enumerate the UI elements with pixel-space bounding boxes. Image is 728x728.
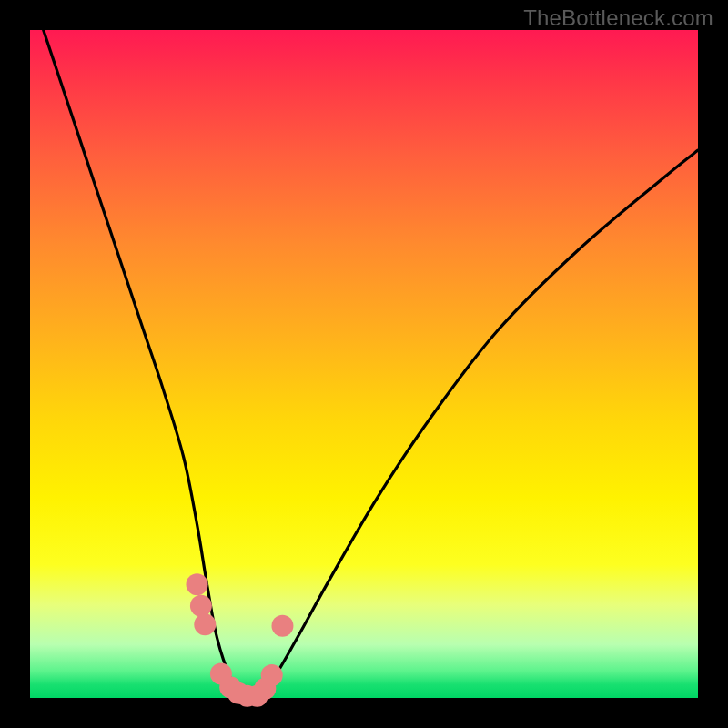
curve-path [44, 30, 698, 701]
bottleneck-curve [44, 30, 698, 701]
data-markers [187, 573, 294, 707]
plot-area [30, 30, 698, 698]
data-marker [194, 613, 216, 635]
chart-svg [30, 30, 698, 698]
data-marker [187, 573, 208, 595]
watermark-text: TheBottleneck.com [523, 5, 713, 31]
data-marker [271, 615, 293, 637]
chart-frame: TheBottleneck.com [0, 0, 728, 728]
data-marker [261, 664, 283, 686]
data-marker [190, 595, 212, 617]
